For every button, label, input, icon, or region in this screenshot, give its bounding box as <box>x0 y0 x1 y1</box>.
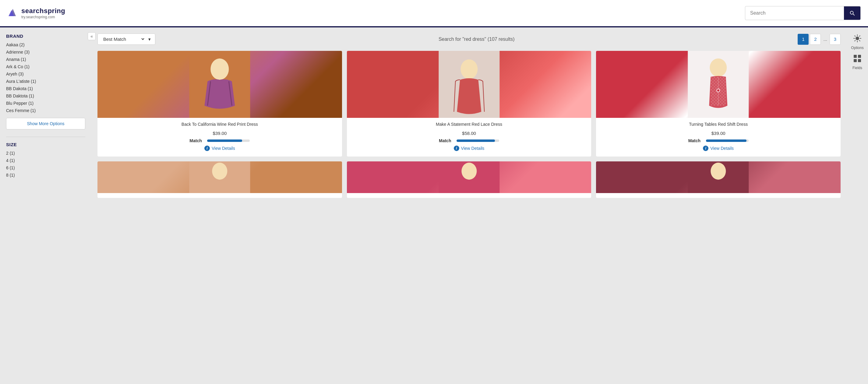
match-label: Match <box>189 138 205 143</box>
svg-rect-23 <box>854 55 857 58</box>
product-card: Make A Statement Red Lace Dress $58.00 M… <box>347 51 591 157</box>
view-details-button[interactable]: i View Details <box>454 145 485 152</box>
product-card: Turning Tables Red Shift Dress $39.00 Ma… <box>596 51 841 157</box>
svg-point-14 <box>717 89 720 92</box>
gear-icon <box>851 32 863 44</box>
product-card <box>347 161 591 198</box>
main-content: Best Match Price: Low to High Price: Hig… <box>91 27 847 383</box>
product-card <box>596 161 841 198</box>
page-3-button[interactable]: 3 <box>830 34 841 45</box>
view-details-label: View Details <box>212 146 235 151</box>
product-price: $58.00 <box>462 131 476 136</box>
info-icon: i <box>454 146 459 151</box>
brand-filter-item[interactable]: Adrienne (3) <box>6 50 85 55</box>
product-image <box>596 51 841 118</box>
svg-point-18 <box>461 163 477 180</box>
search-bar[interactable] <box>745 6 861 20</box>
match-bar-container <box>457 139 499 142</box>
fields-label: Fields <box>852 66 862 70</box>
svg-point-21 <box>856 37 859 40</box>
product-image-placeholder <box>347 51 591 118</box>
product-image <box>347 51 591 118</box>
size-filter-item[interactable]: 4 (1) <box>6 158 85 163</box>
pagination: 1 2 ... 3 <box>798 34 841 45</box>
brand-filter-item[interactable]: Aakaa (2) <box>6 42 85 47</box>
page-ellipsis: ... <box>822 36 828 42</box>
size-filter-section: SIZE 2 (1) 4 (1) 6 (1) 8 (1) <box>6 142 85 178</box>
match-bar-container <box>207 139 250 142</box>
logo-area: searchspring try.searchspring.com <box>7 7 65 19</box>
product-name: Make A Statement Red Lace Dress <box>431 118 507 129</box>
page-1-button[interactable]: 1 <box>798 34 809 45</box>
fields-button[interactable]: Fields <box>851 52 863 70</box>
brand-filter-item[interactable]: Anama (1) <box>6 57 85 62</box>
brand-filter-section: BRAND Aakaa (2) Adrienne (3) Anama (1) A… <box>6 33 85 129</box>
brand-filter-item[interactable]: BB Daktota (1) <box>6 94 85 98</box>
product-image-placeholder <box>347 161 591 193</box>
product-name: Back To California Wine Red Print Dress <box>177 118 263 129</box>
svg-line-3 <box>853 14 855 15</box>
product-price: $39.00 <box>213 131 226 136</box>
view-details-button[interactable]: i View Details <box>703 145 734 152</box>
product-card <box>97 161 342 198</box>
show-more-brands-button[interactable]: Show More Options <box>6 118 85 129</box>
svg-rect-24 <box>858 55 861 58</box>
brand-filter-title: BRAND <box>6 33 85 39</box>
brand-filter-item[interactable]: Aryeh (3) <box>6 71 85 76</box>
search-input[interactable] <box>745 7 844 19</box>
brand-filter-item[interactable]: Aura L'atiste (1) <box>6 79 85 84</box>
match-bar <box>457 139 495 142</box>
main-layout: « BRAND Aakaa (2) Adrienne (3) Anama (1)… <box>0 27 868 383</box>
product-image <box>596 161 841 193</box>
product-image-placeholder <box>596 51 841 118</box>
view-details-button[interactable]: i View Details <box>204 145 235 152</box>
sidebar-collapse-button[interactable]: « <box>88 32 96 40</box>
svg-rect-25 <box>854 59 857 62</box>
sort-select-input[interactable]: Best Match Price: Low to High Price: Hig… <box>102 36 145 42</box>
logo-name: searchspring <box>21 7 65 15</box>
match-bar-container <box>706 139 749 142</box>
view-details-label: View Details <box>461 146 485 151</box>
search-button[interactable] <box>844 6 860 20</box>
options-button[interactable]: Options <box>851 32 863 50</box>
view-details-label: View Details <box>710 146 734 151</box>
info-icon: i <box>703 146 708 151</box>
size-filter-item[interactable]: 2 (1) <box>6 151 85 156</box>
info-icon: i <box>204 146 210 151</box>
match-row: Match <box>434 138 504 143</box>
toolbar: Best Match Price: Low to High Price: Hig… <box>97 33 841 45</box>
match-label: Match <box>439 138 454 143</box>
options-label: Options <box>851 46 863 50</box>
svg-point-5 <box>211 59 229 80</box>
brand-filter-item[interactable]: Ces Femme (1) <box>6 108 85 113</box>
svg-point-9 <box>710 59 727 77</box>
size-filter-item[interactable]: 8 (1) <box>6 173 85 178</box>
filter-divider <box>6 137 85 137</box>
product-image-placeholder <box>596 161 841 193</box>
product-image-placeholder <box>97 51 342 118</box>
size-filter-item[interactable]: 6 (1) <box>6 165 85 170</box>
match-bar <box>207 139 242 142</box>
brand-filter-item-ark-co[interactable]: Ark & Co (1) <box>6 64 85 69</box>
product-image <box>347 161 591 193</box>
match-bar <box>706 139 746 142</box>
sort-dropdown[interactable]: Best Match Price: Low to High Price: Hig… <box>97 33 155 45</box>
product-image-placeholder <box>97 161 342 193</box>
product-image <box>97 161 342 193</box>
header: searchspring try.searchspring.com <box>0 0 868 27</box>
product-image <box>97 51 342 118</box>
page-2-button[interactable]: 2 <box>810 34 821 45</box>
grid-icon <box>851 52 863 65</box>
svg-point-20 <box>711 163 726 180</box>
sort-dropdown-icon: ▾ <box>148 36 151 42</box>
brand-filter-item[interactable]: Blu Pepper (1) <box>6 101 85 106</box>
match-row: Match <box>683 138 753 143</box>
svg-point-7 <box>461 59 477 79</box>
brand-filter-item[interactable]: BB Dakota (1) <box>6 86 85 91</box>
size-filter-title: SIZE <box>6 142 85 147</box>
match-label: Match <box>688 138 704 143</box>
product-card: Back To California Wine Red Print Dress … <box>97 51 342 157</box>
right-panel: Options Fields <box>847 27 868 383</box>
product-price: $39.00 <box>711 131 725 136</box>
logo-text-area: searchspring try.searchspring.com <box>21 7 65 19</box>
